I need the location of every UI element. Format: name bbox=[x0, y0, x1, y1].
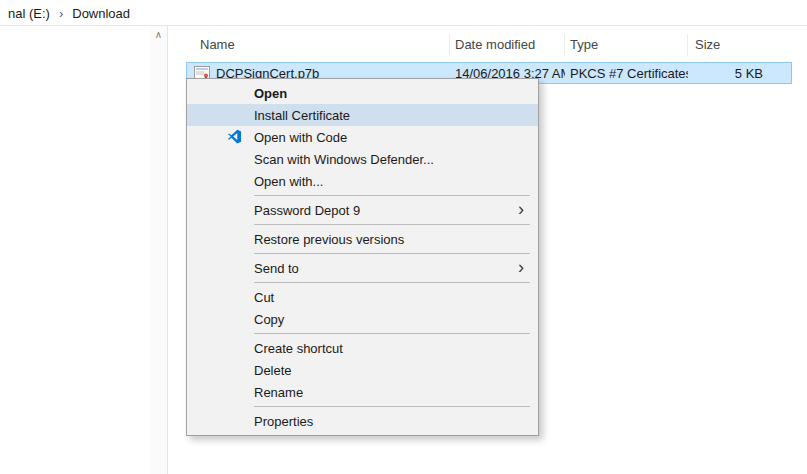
menu-separator bbox=[254, 333, 530, 334]
menu-item-open-with[interactable]: Open with... bbox=[187, 170, 538, 192]
file-size: 5 KB bbox=[688, 66, 791, 81]
pane-divider bbox=[167, 26, 168, 474]
vscode-icon bbox=[227, 129, 243, 145]
submenu-arrow-icon: › bbox=[518, 258, 524, 276]
column-header-row: Name Date modified Type Size bbox=[186, 32, 792, 58]
menu-separator bbox=[254, 253, 530, 254]
breadcrumb-drive[interactable]: nal (E:) bbox=[8, 6, 50, 21]
breadcrumb-chevron-icon: › bbox=[59, 6, 63, 21]
menu-item-password-depot-9[interactable]: Password Depot 9 › bbox=[187, 199, 538, 221]
menu-item-open-with-code[interactable]: Open with Code bbox=[187, 126, 538, 148]
breadcrumb: nal (E:) › Download bbox=[8, 4, 130, 22]
menu-item-cut[interactable]: Cut bbox=[187, 286, 538, 308]
file-explorer-window: nal (E:) › Download ∧ Name Date modified… bbox=[0, 0, 807, 474]
column-header-date-modified[interactable]: Date modified bbox=[450, 34, 565, 56]
context-menu: Open Install Certificate Open with Code … bbox=[186, 78, 539, 436]
scroll-up-arrow-icon[interactable]: ∧ bbox=[150, 26, 167, 43]
submenu-arrow-icon: › bbox=[518, 200, 524, 218]
menu-item-open[interactable]: Open bbox=[187, 82, 538, 104]
menu-item-delete[interactable]: Delete bbox=[187, 359, 538, 381]
column-header-type[interactable]: Type bbox=[565, 34, 688, 56]
menu-separator bbox=[254, 195, 530, 196]
menu-separator bbox=[254, 406, 530, 407]
nav-pane-scrollbar[interactable]: ∧ bbox=[150, 26, 167, 474]
file-type: PKCS #7 Certificates bbox=[565, 66, 688, 81]
menu-item-properties[interactable]: Properties bbox=[187, 410, 538, 432]
menu-item-rename[interactable]: Rename bbox=[187, 381, 538, 403]
menu-item-restore-previous-versions[interactable]: Restore previous versions bbox=[187, 228, 538, 250]
toolbar-divider bbox=[0, 25, 807, 26]
column-header-size[interactable]: Size bbox=[688, 34, 792, 56]
menu-separator bbox=[254, 224, 530, 225]
breadcrumb-folder[interactable]: Download bbox=[72, 6, 130, 21]
column-header-name[interactable]: Name bbox=[186, 34, 450, 56]
menu-item-send-to[interactable]: Send to › bbox=[187, 257, 538, 279]
menu-item-install-certificate[interactable]: Install Certificate bbox=[187, 104, 538, 126]
menu-item-create-shortcut[interactable]: Create shortcut bbox=[187, 337, 538, 359]
menu-separator bbox=[254, 282, 530, 283]
menu-item-scan-with-windows-defender[interactable]: Scan with Windows Defender... bbox=[187, 148, 538, 170]
menu-item-copy[interactable]: Copy bbox=[187, 308, 538, 330]
